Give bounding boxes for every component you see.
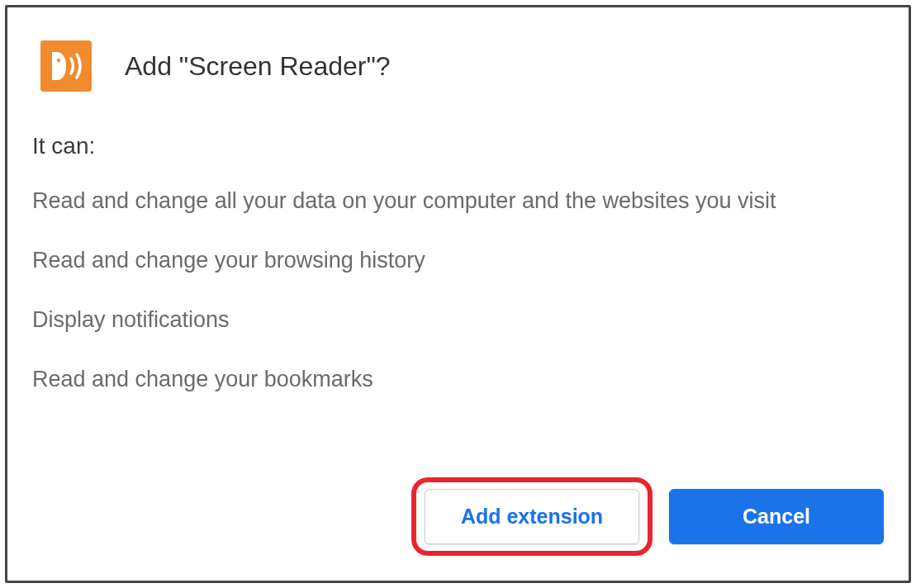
permission-item: Display notifications	[32, 303, 884, 338]
permissions-section: It can: Read and change all your data on…	[32, 133, 884, 461]
permission-item: Read and change your bookmarks	[32, 363, 884, 397]
permissions-label: It can:	[32, 133, 884, 159]
dialog-header: Add "Screen Reader"?	[40, 40, 884, 92]
cancel-button[interactable]: Cancel	[669, 489, 884, 544]
add-extension-button[interactable]: Add extension	[425, 489, 639, 544]
extension-install-dialog: Add "Screen Reader"? It can: Read and ch…	[5, 5, 911, 583]
permission-item: Read and change all your data on your co…	[32, 184, 884, 219]
dialog-actions: Add extension Cancel	[32, 477, 884, 556]
highlight-annotation: Add extension	[411, 477, 653, 556]
permission-item: Read and change your browsing history	[32, 244, 884, 278]
dialog-title: Add "Screen Reader"?	[125, 51, 391, 82]
screen-reader-icon	[40, 40, 92, 92]
svg-point-0	[57, 59, 60, 62]
